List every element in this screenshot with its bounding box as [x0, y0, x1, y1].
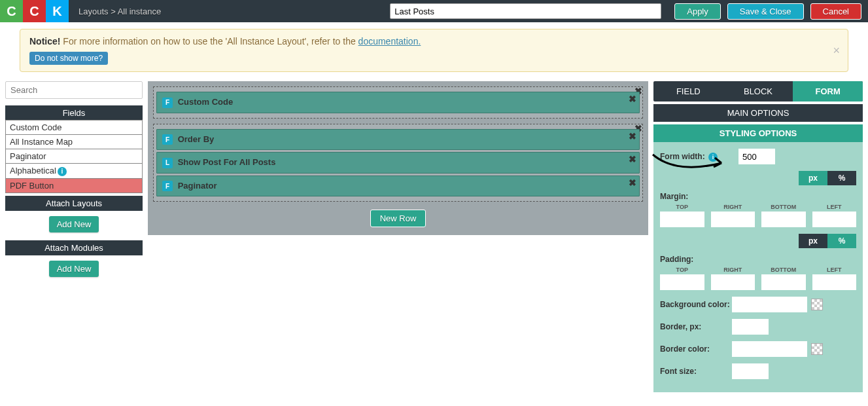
form-width-label: Form width: i: [660, 152, 732, 162]
logo-c2: C: [23, 0, 46, 22]
border-color-input[interactable]: [732, 341, 807, 357]
logo-c1: C: [0, 0, 23, 22]
form-width-input[interactable]: [738, 149, 775, 164]
unit-pct-button[interactable]: %: [827, 234, 856, 248]
margin-inputs: [660, 212, 856, 227]
padding-labels: TOPRIGHTBOTTOMLEFT: [660, 267, 856, 273]
border-row: Border, px:: [660, 319, 856, 335]
bg-color-label: Background color:: [660, 300, 732, 309]
left-column: Fields Custom Code All Instance Map Pagi…: [5, 81, 143, 392]
right-column: FIELD BLOCK FORM MAIN OPTIONS STYLING OP…: [653, 81, 863, 392]
layout-type-badge: L: [162, 158, 173, 168]
remove-block-icon[interactable]: ✖: [629, 177, 636, 188]
padding-inputs: [660, 274, 856, 290]
add-module-button[interactable]: Add New: [49, 261, 99, 277]
transparency-icon[interactable]: [811, 343, 823, 355]
breadcrumb[interactable]: Layouts > All instance: [78, 7, 161, 16]
block-order-by[interactable]: F Order By ✖: [156, 129, 640, 151]
tab-field[interactable]: FIELD: [653, 81, 723, 101]
border-color-row: Border color:: [660, 341, 856, 357]
tab-form[interactable]: FORM: [793, 81, 863, 101]
info-icon[interactable]: i: [58, 167, 67, 176]
field-custom-code[interactable]: Custom Code: [5, 120, 143, 135]
form-width-row: Form width: i: [660, 149, 856, 164]
field-type-badge: F: [162, 98, 173, 108]
font-size-label: Font size:: [660, 367, 732, 376]
field-alphabetical[interactable]: Alphabeticali: [5, 163, 143, 179]
logo-c3: K: [46, 0, 69, 22]
margin-unit-toggle: px %: [799, 234, 856, 248]
field-list: Custom Code All Instance Map Paginator A…: [5, 120, 143, 193]
field-paginator[interactable]: Paginator: [5, 149, 143, 164]
field-pdf-button[interactable]: PDF Button: [5, 178, 143, 193]
margin-top-input[interactable]: [660, 212, 704, 227]
remove-block-icon[interactable]: ✖: [629, 94, 636, 104]
info-icon[interactable]: i: [708, 153, 718, 162]
attach-layouts-header: Attach Layouts: [5, 196, 143, 211]
unit-pct-button[interactable]: %: [827, 171, 856, 185]
margin-right-input[interactable]: [711, 212, 755, 227]
close-icon[interactable]: ×: [833, 44, 840, 58]
save-close-button[interactable]: Save & Close: [727, 3, 804, 20]
block-label: Custom Code: [178, 97, 234, 107]
block-label: Show Post For All Posts: [178, 157, 276, 167]
remove-block-icon[interactable]: ✖: [629, 154, 636, 164]
font-size-input[interactable]: [732, 363, 769, 379]
border-color-label: Border color:: [660, 344, 732, 354]
padding-right-input[interactable]: [711, 274, 755, 290]
margin-left-input[interactable]: [812, 212, 857, 227]
center-column: ✖ F Custom Code ✖ ✖ F Order By ✖ L Show …: [148, 81, 648, 392]
layout-canvas: ✖ F Custom Code ✖ ✖ F Order By ✖ L Show …: [148, 81, 648, 235]
margin-label: Margin:: [660, 192, 732, 201]
block-label: Order By: [178, 134, 215, 144]
padding-left-input[interactable]: [812, 274, 857, 290]
do-not-show-button[interactable]: Do not show more?: [29, 52, 108, 65]
layout-row[interactable]: ✖ F Custom Code ✖: [153, 86, 643, 119]
bg-color-row: Background color:: [660, 297, 856, 312]
documentation-link[interactable]: documentation.: [358, 36, 421, 46]
margin-labels: TOPRIGHTBOTTOMLEFT: [660, 204, 856, 210]
field-type-badge: F: [162, 134, 173, 145]
block-custom-code[interactable]: F Custom Code ✖: [156, 92, 640, 113]
block-paginator[interactable]: F Paginator ✖: [156, 175, 640, 197]
styling-panel: Form width: i px % Margin: TOPRIGHTBOTTO…: [653, 142, 863, 392]
main-layout: Fields Custom Code All Instance Map Pagi…: [0, 79, 868, 395]
fields-header: Fields: [5, 105, 143, 120]
add-layout-button[interactable]: Add New: [49, 216, 99, 232]
border-input[interactable]: [732, 319, 769, 335]
width-unit-toggle: px %: [799, 171, 856, 185]
top-bar: C C K Layouts > All instance Apply Save …: [0, 0, 868, 22]
padding-label: Padding:: [660, 255, 732, 264]
unit-px-button[interactable]: px: [799, 171, 827, 185]
cancel-button[interactable]: Cancel: [810, 3, 861, 20]
unit-px-button[interactable]: px: [799, 234, 827, 248]
tab-block[interactable]: BLOCK: [723, 81, 793, 101]
transparency-icon[interactable]: [811, 299, 823, 310]
field-type-badge: F: [162, 181, 173, 191]
layout-row[interactable]: ✖ F Order By ✖ L Show Post For All Posts…: [153, 124, 643, 202]
action-buttons: Apply Save & Close Cancel: [674, 3, 861, 20]
block-show-post[interactable]: L Show Post For All Posts ✖: [156, 152, 640, 174]
border-label: Border, px:: [660, 322, 732, 331]
margin-bottom-input[interactable]: [761, 212, 806, 227]
property-tabs: FIELD BLOCK FORM: [653, 81, 863, 101]
logo: C C K: [0, 0, 69, 22]
notice-alert: Notice! For more information on how to u…: [20, 29, 848, 72]
font-size-row: Font size:: [660, 363, 856, 379]
field-alphabetical-label: Alphabetical: [10, 166, 56, 175]
main-options-header[interactable]: MAIN OPTIONS: [653, 104, 863, 122]
notice-text: Notice! For more information on how to u…: [29, 36, 839, 46]
padding-bottom-input[interactable]: [761, 274, 806, 290]
search-input[interactable]: [5, 81, 143, 99]
remove-block-icon[interactable]: ✖: [629, 131, 636, 141]
attach-modules-header: Attach Modules: [5, 240, 143, 255]
padding-top-input[interactable]: [660, 274, 704, 290]
bg-color-input[interactable]: [732, 297, 807, 312]
new-row-button[interactable]: New Row: [370, 210, 426, 227]
styling-options-header[interactable]: STYLING OPTIONS: [653, 124, 863, 142]
block-label: Paginator: [178, 181, 217, 191]
layout-title-input[interactable]: [390, 3, 661, 19]
notice-body: For more information on how to use the '…: [60, 36, 358, 46]
apply-button[interactable]: Apply: [674, 3, 721, 20]
field-all-instance-map[interactable]: All Instance Map: [5, 134, 143, 149]
